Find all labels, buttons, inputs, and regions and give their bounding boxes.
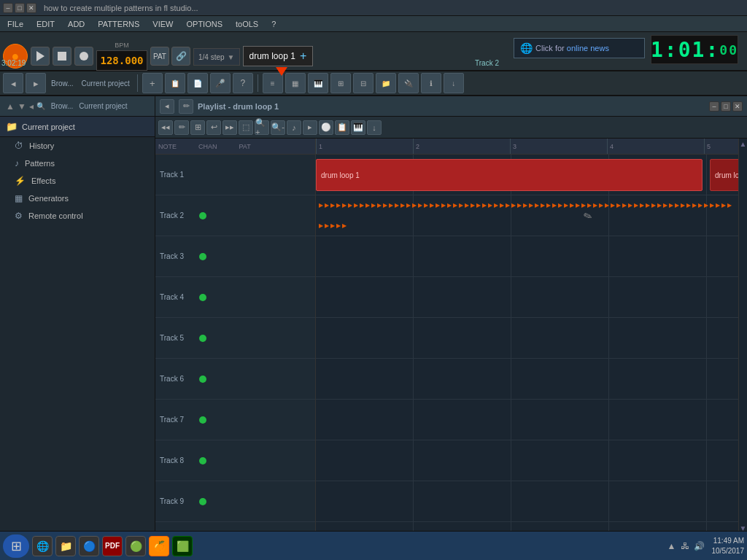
play-btn[interactable] (31, 47, 50, 66)
track-1-canvas[interactable]: drum loop 1 drum loop 1 (316, 155, 738, 195)
current-project-label: Current project (79, 79, 133, 88)
pattern-block-1a[interactable]: drum loop 1 (316, 159, 703, 191)
pl-tool-play[interactable]: ▸ (303, 120, 317, 135)
taskbar-volume-icon[interactable]: 🔊 (694, 541, 705, 551)
menu-view[interactable]: VIEW (148, 18, 177, 30)
channel-rack-btn[interactable]: ⊟ (353, 73, 374, 93)
export-btn[interactable]: ↓ (444, 73, 464, 93)
pl-tool-down[interactable]: ↓ (367, 120, 382, 135)
step-display[interactable]: 1/4 step ▼ (193, 48, 240, 66)
pl-tool-select[interactable]: ⬚ (239, 120, 253, 135)
track-5-canvas[interactable] (316, 318, 738, 359)
sidebar-item-patterns[interactable]: ♪ Patterns (0, 155, 155, 172)
pl-tool-piano[interactable]: 🎹 (351, 120, 365, 135)
pattern-block-1b[interactable]: drum loop 1 (710, 159, 738, 191)
pl-close-btn[interactable]: ✕ (732, 101, 743, 112)
menu-edit[interactable]: EDIT (32, 18, 59, 30)
menu-patterns[interactable]: PATTERNS (93, 18, 144, 30)
sidebar-nav-up[interactable]: ▲ (6, 101, 15, 112)
menu-add[interactable]: ADD (63, 18, 89, 30)
sidebar-nav-dn[interactable]: ▼ (18, 101, 26, 112)
help-btn[interactable]: ? (233, 73, 253, 93)
sidebar-item-generators[interactable]: ▦ Generators (0, 190, 155, 207)
menu-file[interactable]: FILe (3, 18, 28, 30)
pl-tool-pencil[interactable]: ✏ (174, 120, 189, 135)
piano-roll-btn[interactable]: 🎹 (308, 73, 328, 93)
pl-tool-snap[interactable]: ⊞ (190, 120, 205, 135)
patterns-icon: ♪ (15, 158, 19, 168)
news-text: Click for online news (535, 44, 609, 52)
taskbar-fl-icon[interactable]: 🍊 (149, 536, 169, 556)
current-project-heading[interactable]: 📁 Current project (0, 117, 155, 137)
taskbar-up-arrow[interactable]: ▲ (667, 541, 676, 551)
browser-back-btn[interactable]: ◂ (3, 73, 23, 93)
win-restore-btn[interactable]: □ (15, 3, 25, 13)
mixer-btn[interactable]: ⊞ (330, 73, 351, 93)
track-9-grid (316, 481, 738, 521)
pl-tool-record[interactable]: ⚪ (319, 120, 333, 135)
pattern-add-btn[interactable]: + (300, 50, 306, 63)
track-3-canvas[interactable] (316, 236, 738, 277)
taskbar-chrome-icon[interactable]: 🔵 (79, 536, 99, 556)
taskbar-green2-icon[interactable]: 🟩 (172, 536, 193, 556)
sidebar-search[interactable]: 🔍 (36, 102, 45, 110)
sidebar-item-remote-control[interactable]: ⚙ Remote control (0, 207, 155, 225)
track-8-canvas[interactable] (316, 440, 738, 481)
taskbar-green-icon[interactable]: 🟢 (125, 536, 146, 556)
bpm-display[interactable]: 128.000 (96, 50, 147, 71)
pattern-mode-btn[interactable]: PAT (150, 47, 169, 66)
online-news-btn[interactable]: 🌐 Click for online news (514, 38, 645, 58)
track-headers: NOTE CHAN PAT Track 1 Track 2 Track 3 (155, 139, 316, 534)
sidebar-item-effects[interactable]: ⚡ Effects (0, 172, 155, 190)
taskbar-explorer-icon[interactable]: 📁 (55, 536, 76, 556)
taskbar-clock[interactable]: 11:49 AM 10/5/2017 (712, 536, 745, 556)
step-seq-btn[interactable]: ▦ (285, 73, 306, 93)
track-header-1: Track 1 (155, 155, 315, 195)
plugin-browser-btn[interactable]: 🔌 (398, 73, 419, 93)
track-2-active-dot (199, 212, 206, 219)
track-7-canvas[interactable] (316, 400, 738, 440)
mic-btn[interactable]: 🎤 (210, 73, 231, 93)
pl-tool-fwd[interactable]: ▸▸ (222, 120, 237, 135)
pl-minimize-btn[interactable]: – (709, 101, 719, 112)
sample-browser-btn[interactable]: 📁 (376, 73, 396, 93)
pattern-display[interactable]: drum loop 1 + (243, 46, 314, 66)
scroll-up-arrow[interactable]: ▲ (738, 139, 747, 149)
win-minimize-btn[interactable]: – (3, 3, 13, 13)
menu-bar: FILe EDIT ADD PATTERNS VIEW OPTIONS toOL… (0, 16, 747, 32)
pl-tool-undo[interactable]: ↩ (206, 120, 221, 135)
pl-nav-back[interactable]: ◂ (160, 99, 174, 114)
pl-tool-copy[interactable]: 📋 (335, 120, 349, 135)
pl-tool-zoom-in[interactable]: 🔍+ (255, 120, 269, 135)
taskbar-pdf-icon[interactable]: PDF (102, 536, 123, 556)
menu-help[interactable]: ? (267, 18, 280, 30)
browser-fwd-btn[interactable]: ▸ (26, 73, 46, 93)
track-9-canvas[interactable] (316, 481, 738, 522)
sidebar-item-history[interactable]: ⏱ History (0, 137, 155, 155)
playlist-btn[interactable]: ≡ (263, 73, 283, 93)
pl-tool-audio[interactable]: ♪ (287, 120, 301, 135)
project-info-btn[interactable]: ℹ (421, 73, 441, 93)
pl-pencil-btn[interactable]: ✏ (179, 99, 193, 114)
pl-maximize-btn[interactable]: □ (721, 101, 731, 112)
right-scrollbar[interactable]: ▲ ▼ (738, 139, 747, 534)
windows-logo: ⊞ (11, 538, 22, 554)
stop-btn[interactable] (53, 47, 71, 66)
menu-options[interactable]: OPTIONS (182, 18, 227, 30)
track-6-canvas[interactable] (316, 359, 738, 400)
playlist-content: NOTE CHAN PAT Track 1 Track 2 Track 3 (155, 139, 747, 534)
record-btn[interactable] (74, 47, 93, 66)
link-btn[interactable]: 🔗 (171, 47, 190, 66)
paste-btn[interactable]: 📄 (187, 73, 208, 93)
pl-tool-zoom-out[interactable]: 🔍- (271, 120, 285, 135)
add-pattern-btn[interactable]: + (142, 73, 163, 93)
menu-tools[interactable]: toOLS (231, 18, 263, 30)
taskbar-ie-icon[interactable]: 🌐 (32, 536, 53, 556)
pl-tool-back[interactable]: ◂◂ (158, 120, 173, 135)
copy-btn[interactable]: 📋 (165, 73, 185, 93)
sidebar-nav-bk[interactable]: ◂ (29, 101, 34, 112)
track-2-canvas[interactable]: ▶ ▶ ▶ ▶ ▶ ▶ ▶ ▶ ▶ ▶ ▶ ▶ ▶ (316, 195, 738, 236)
track-4-canvas[interactable] (316, 277, 738, 318)
start-button[interactable]: ⊞ (3, 534, 29, 558)
win-close-btn[interactable]: ✕ (26, 3, 36, 13)
